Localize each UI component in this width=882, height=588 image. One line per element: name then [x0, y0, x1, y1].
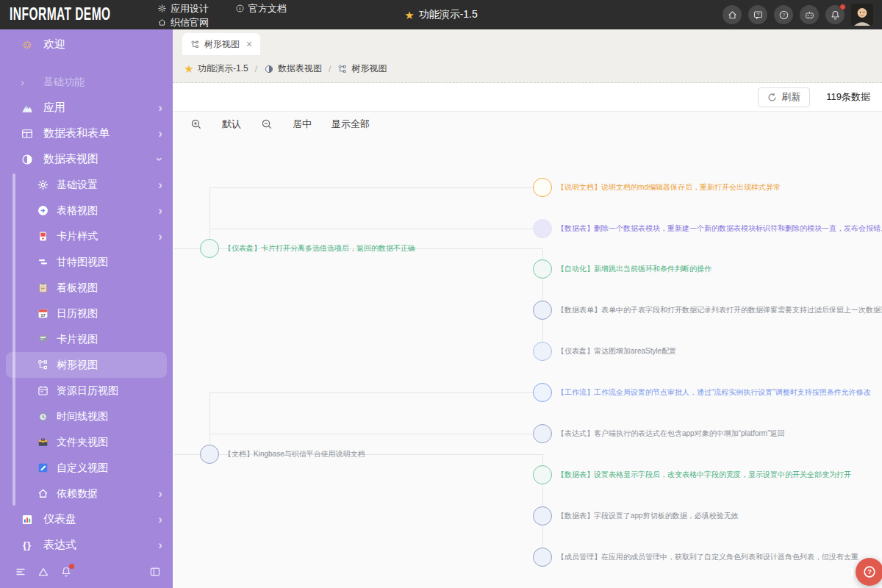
tree-node[interactable]	[533, 465, 552, 484]
tree-node-label[interactable]: 【说明文档】说明文档的md编辑器保存后，重新打开会出现样式异常	[557, 182, 781, 193]
user-avatar[interactable]	[851, 4, 873, 26]
tree-node[interactable]	[533, 342, 552, 361]
tree-node-label[interactable]: 【自动化】新增跳出当前循环和条件判断的操作	[557, 264, 711, 274]
app-logo: INFORMAT DEMO	[0, 5, 129, 25]
zoom-in-icon[interactable]	[190, 118, 202, 130]
tree-node-label[interactable]: 【文档】Kingbase与织信平台使用说明文档	[224, 449, 365, 459]
current-app-title[interactable]: ★ 功能演示-1.5	[404, 0, 478, 29]
chart-icon	[21, 513, 34, 526]
sidebar: ☺欢迎›基础功能应用›数据表和表单›数据表视图›基础设置›表格视图›卡片样式›甘…	[0, 29, 173, 588]
warning-button[interactable]	[37, 566, 49, 578]
tree-view-icon	[190, 40, 200, 49]
chevron-right-icon: ›	[158, 204, 162, 217]
breadcrumb-table-view[interactable]: 数据表视图	[264, 62, 322, 75]
sidebar-item-basic-functions[interactable]: ›基础功能	[0, 69, 173, 95]
breadcrumb-tree-view[interactable]: 树形视图	[337, 62, 387, 75]
svg-text:?: ?	[756, 12, 759, 16]
tree-node-label[interactable]: 【数据表】删除一个数据表模块，重新建一个新的数据表模块标识符和删除的模块一直，发…	[557, 223, 882, 234]
tree-node-label[interactable]: 【数据表单】表单中的子表字段和打开数据记录列表打开的数据弹窗需要支持过滤后保留上…	[557, 305, 882, 315]
sidebar-item-calendar-view[interactable]: 17日历视图	[0, 301, 173, 326]
tree-node-label[interactable]: 【仪表盘】雷达图增加areaStyle配置	[557, 346, 676, 356]
sidebar-item-label: 依赖数据	[57, 487, 154, 501]
home-icon	[727, 10, 738, 21]
menu-list-button[interactable]	[15, 566, 26, 578]
show-all-button[interactable]: 显示全部	[331, 118, 370, 131]
sidebar-item-label: 基础设置	[57, 179, 154, 192]
top-header: INFORMAT DEMO 应用设计官方文档织信官网 ★ 功能演示-1.5 ??	[0, 0, 882, 29]
center-button[interactable]: 居中	[293, 118, 312, 131]
home-button[interactable]	[723, 5, 742, 24]
sidebar-item-resource-calendar-view[interactable]: 资源日历视图	[0, 378, 173, 404]
tree-node[interactable]	[533, 548, 552, 567]
sidebar-item-label: 甘特图视图	[57, 256, 162, 269]
close-icon[interactable]: ×	[246, 39, 252, 49]
tree-node-label[interactable]: 【工作流】工作流全局设置的节点审批人，通过“流程实例执行设置”调整时支持按照条件…	[557, 387, 871, 398]
refresh-icon	[767, 93, 777, 102]
tree-node[interactable]	[533, 383, 552, 402]
zoom-default-button[interactable]: 默认	[222, 118, 241, 131]
sidebar-item-card-style[interactable]: 卡片样式›	[0, 223, 173, 249]
tree-node[interactable]	[533, 219, 552, 238]
sidebar-item-label: 树形视图	[57, 359, 157, 372]
clock-icon	[37, 410, 49, 423]
zoom-out-icon[interactable]	[261, 118, 273, 130]
sidebar-item-label: 欢迎	[43, 37, 162, 51]
sidebar-item-kanban-view[interactable]: 看板视图	[0, 275, 173, 301]
tree-node[interactable]	[533, 506, 552, 526]
refresh-button[interactable]: 刷新	[758, 87, 810, 107]
tree-node[interactable]	[533, 259, 552, 279]
nav-label: 织信官网	[171, 15, 209, 29]
sidebar-item-grid-view[interactable]: 表格视图›	[0, 198, 173, 223]
tree-node[interactable]	[533, 178, 552, 197]
top-nav: 应用设计官方文档织信官网	[157, 1, 287, 29]
tree-node-label[interactable]: 【数据表】设置表格显示字段后，改变表格中字段的宽度，显示设置中的开关全部变为打开	[557, 470, 851, 480]
breadcrumb-label: 功能演示-1.5	[198, 62, 248, 75]
tree-edge	[209, 187, 533, 188]
sidebar-item-dashboard[interactable]: 仪表盘›	[0, 506, 173, 532]
tree-node[interactable]	[200, 239, 219, 258]
braces-icon: {}	[21, 539, 34, 552]
sidebar-item-expression[interactable]: {}表达式›	[0, 532, 173, 557]
tree-node-label[interactable]: 【仪表盘】卡片打开分离多选值选项后，返回的数据不正确	[224, 243, 415, 254]
sidebar-item-label: 看板视图	[57, 282, 162, 295]
sidebar-item-label: 卡片视图	[57, 333, 162, 346]
nav-app-design[interactable]: 应用设计	[157, 1, 209, 15]
help-floating-button[interactable]: ?	[856, 558, 882, 586]
breadcrumb-app[interactable]: ★功能演示-1.5	[184, 62, 248, 75]
sidebar-item-tree-view[interactable]: 树形视图	[6, 352, 167, 378]
sidebar-item-basic-settings[interactable]: 基础设置›	[0, 172, 173, 198]
announcements-button[interactable]	[60, 566, 72, 578]
tree-node[interactable]	[533, 424, 552, 443]
sidebar-item-welcome[interactable]: ☺欢迎	[0, 32, 173, 57]
notifications-button[interactable]	[825, 5, 845, 24]
chevron-right-icon: ›	[158, 230, 162, 243]
help-button[interactable]: ?	[774, 5, 793, 24]
sidebar-item-table-views[interactable]: 数据表视图›	[0, 146, 173, 172]
collapse-sidebar-button[interactable]	[149, 566, 161, 578]
sidebar-item-dependent-data[interactable]: 依赖数据›	[0, 481, 173, 506]
smiley-icon: ☺	[21, 39, 33, 51]
nav-label: 官方文档	[248, 1, 287, 15]
nav-zhixin-site[interactable]: 织信官网	[157, 15, 209, 29]
sidebar-item-card-view[interactable]: 卡片视图	[0, 326, 173, 352]
tree-icon	[37, 359, 49, 371]
tree-node-label[interactable]: 【表达式】客户端执行的表达式在包含app对象的中增加“platform”返回	[557, 429, 784, 439]
sidebar-item-gantt-view[interactable]: 甘特图视图	[0, 249, 173, 275]
chevron-right-icon: ›	[158, 513, 162, 526]
assistant-button[interactable]	[800, 5, 819, 24]
nav-label: 应用设计	[171, 1, 209, 15]
tree-edge	[174, 248, 200, 249]
sidebar-item-tables-forms[interactable]: 数据表和表单›	[0, 121, 173, 146]
sidebar-item-apps[interactable]: 应用›	[0, 95, 173, 121]
feedback-button[interactable]: ?	[748, 5, 767, 24]
tree-node-label[interactable]: 【成员管理】在应用的成员管理中，获取到了自定义角色列表和设计器角色列表，但没有去…	[557, 552, 858, 562]
tree-node[interactable]	[533, 301, 552, 320]
nav-official-docs[interactable]: 官方文档	[235, 1, 287, 15]
tree-node-label[interactable]: 【数据表】字段设置了app剪切板的数据，必填校验无效	[557, 511, 739, 521]
tree-node[interactable]	[200, 445, 219, 464]
sidebar-item-timeline-view[interactable]: 时间线视图	[0, 404, 173, 429]
sidebar-item-custom-view[interactable]: 自定义视图	[0, 455, 173, 481]
tab-tree-view[interactable]: 树形视图 ×	[182, 33, 260, 55]
sidebar-item-folder-view[interactable]: 文件夹视图	[0, 429, 173, 455]
submenu-scroll-indicator[interactable]	[12, 173, 15, 506]
